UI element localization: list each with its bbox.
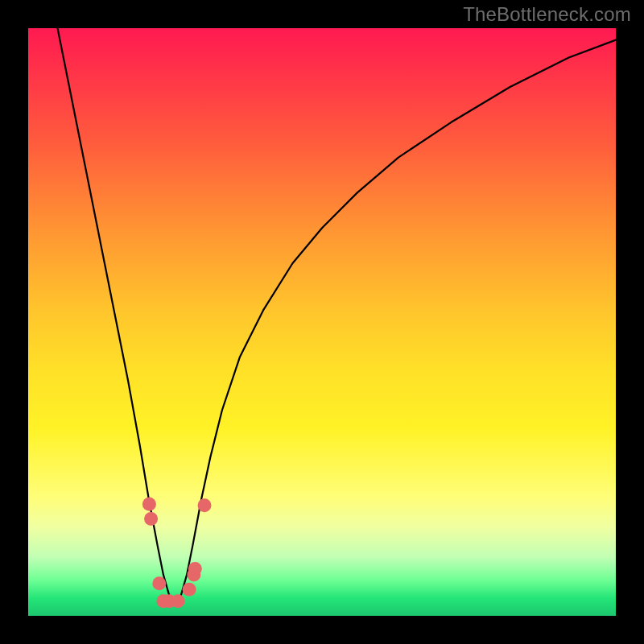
curve-overlay [28,28,616,616]
data-marker [152,576,166,590]
data-marker [198,498,212,512]
data-marker [188,562,202,576]
data-markers [142,497,212,608]
chart-container: TheBottleneck.com [0,0,644,644]
performance-curve [58,28,617,601]
data-marker [144,512,158,526]
data-marker [142,497,156,511]
data-marker [183,583,196,597]
data-marker [171,594,185,608]
watermark-text: TheBottleneck.com [463,3,631,26]
